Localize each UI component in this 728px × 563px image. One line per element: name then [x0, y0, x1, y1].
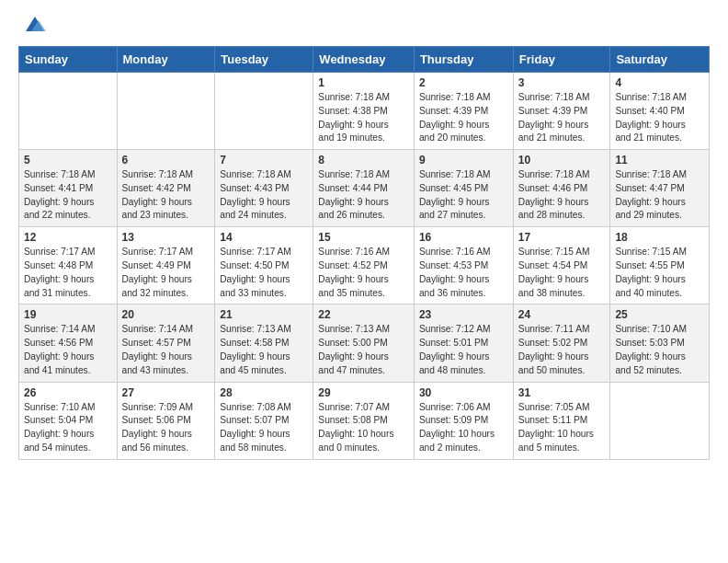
day-cell: 30Sunrise: 7:06 AM Sunset: 5:09 PM Dayli… — [414, 382, 513, 459]
day-cell: 6Sunrise: 7:18 AM Sunset: 4:42 PM Daylig… — [117, 150, 215, 227]
day-header-monday: Monday — [117, 47, 215, 73]
day-cell: 27Sunrise: 7:09 AM Sunset: 5:06 PM Dayli… — [117, 382, 215, 459]
day-info: Sunrise: 7:18 AM Sunset: 4:39 PM Dayligh… — [518, 91, 606, 145]
day-cell — [19, 73, 118, 150]
day-cell: 14Sunrise: 7:17 AM Sunset: 4:50 PM Dayli… — [215, 227, 313, 304]
day-info: Sunrise: 7:18 AM Sunset: 4:38 PM Dayligh… — [318, 91, 409, 145]
day-number: 3 — [518, 76, 606, 89]
day-header-tuesday: Tuesday — [215, 47, 313, 73]
day-cell: 16Sunrise: 7:16 AM Sunset: 4:53 PM Dayli… — [414, 227, 513, 304]
week-row-1: 1Sunrise: 7:18 AM Sunset: 4:38 PM Daylig… — [19, 73, 710, 150]
day-info: Sunrise: 7:18 AM Sunset: 4:45 PM Dayligh… — [419, 168, 508, 223]
day-cell: 10Sunrise: 7:18 AM Sunset: 4:46 PM Dayli… — [513, 150, 610, 227]
day-cell: 24Sunrise: 7:11 AM Sunset: 5:02 PM Dayli… — [513, 304, 610, 382]
day-number: 23 — [419, 308, 508, 321]
day-cell — [117, 73, 215, 150]
day-cell: 12Sunrise: 7:17 AM Sunset: 4:48 PM Dayli… — [19, 227, 118, 304]
day-number: 5 — [24, 154, 112, 167]
day-info: Sunrise: 7:17 AM Sunset: 4:50 PM Dayligh… — [220, 246, 308, 300]
day-number: 1 — [318, 76, 409, 89]
week-row-2: 5Sunrise: 7:18 AM Sunset: 4:41 PM Daylig… — [19, 150, 710, 227]
day-info: Sunrise: 7:16 AM Sunset: 4:52 PM Dayligh… — [318, 246, 409, 300]
day-number: 19 — [24, 308, 112, 321]
day-info: Sunrise: 7:13 AM Sunset: 5:00 PM Dayligh… — [318, 323, 409, 377]
day-cell — [610, 382, 710, 459]
day-info: Sunrise: 7:11 AM Sunset: 5:02 PM Dayligh… — [518, 323, 606, 377]
day-cell: 9Sunrise: 7:18 AM Sunset: 4:45 PM Daylig… — [414, 150, 513, 227]
day-info: Sunrise: 7:12 AM Sunset: 5:01 PM Dayligh… — [419, 323, 508, 377]
day-info: Sunrise: 7:13 AM Sunset: 4:58 PM Dayligh… — [220, 323, 308, 377]
day-info: Sunrise: 7:18 AM Sunset: 4:40 PM Dayligh… — [615, 91, 704, 145]
day-cell: 28Sunrise: 7:08 AM Sunset: 5:07 PM Dayli… — [215, 382, 313, 459]
day-cell: 19Sunrise: 7:14 AM Sunset: 4:56 PM Dayli… — [19, 304, 118, 382]
day-cell: 7Sunrise: 7:18 AM Sunset: 4:43 PM Daylig… — [215, 150, 313, 227]
day-info: Sunrise: 7:18 AM Sunset: 4:43 PM Dayligh… — [220, 168, 308, 223]
day-header-wednesday: Wednesday — [313, 47, 415, 73]
logo-icon — [22, 11, 48, 37]
day-cell: 31Sunrise: 7:05 AM Sunset: 5:11 PM Dayli… — [513, 382, 610, 459]
calendar-header-row: SundayMondayTuesdayWednesdayThursdayFrid… — [19, 47, 710, 73]
day-header-friday: Friday — [513, 47, 610, 73]
day-info: Sunrise: 7:18 AM Sunset: 4:39 PM Dayligh… — [419, 91, 508, 145]
day-info: Sunrise: 7:18 AM Sunset: 4:44 PM Dayligh… — [318, 168, 409, 223]
day-info: Sunrise: 7:15 AM Sunset: 4:54 PM Dayligh… — [518, 246, 606, 300]
day-info: Sunrise: 7:14 AM Sunset: 4:56 PM Dayligh… — [24, 323, 112, 377]
day-info: Sunrise: 7:06 AM Sunset: 5:09 PM Dayligh… — [419, 401, 508, 455]
page: SundayMondayTuesdayWednesdayThursdayFrid… — [0, 0, 728, 475]
day-number: 31 — [518, 386, 606, 399]
day-number: 26 — [24, 386, 112, 399]
day-number: 24 — [518, 308, 606, 321]
day-cell: 4Sunrise: 7:18 AM Sunset: 4:40 PM Daylig… — [610, 73, 710, 150]
day-header-saturday: Saturday — [610, 47, 710, 73]
day-cell: 17Sunrise: 7:15 AM Sunset: 4:54 PM Dayli… — [513, 227, 610, 304]
day-cell: 26Sunrise: 7:10 AM Sunset: 5:04 PM Dayli… — [19, 382, 118, 459]
day-info: Sunrise: 7:18 AM Sunset: 4:42 PM Dayligh… — [122, 168, 210, 223]
day-number: 11 — [615, 154, 704, 167]
day-cell: 29Sunrise: 7:07 AM Sunset: 5:08 PM Dayli… — [313, 382, 415, 459]
day-number: 27 — [122, 386, 210, 399]
day-cell: 5Sunrise: 7:18 AM Sunset: 4:41 PM Daylig… — [19, 150, 118, 227]
day-number: 18 — [615, 231, 704, 244]
day-cell: 3Sunrise: 7:18 AM Sunset: 4:39 PM Daylig… — [513, 73, 610, 150]
week-row-3: 12Sunrise: 7:17 AM Sunset: 4:48 PM Dayli… — [19, 227, 710, 304]
header — [18, 15, 710, 37]
day-cell — [215, 73, 313, 150]
day-info: Sunrise: 7:14 AM Sunset: 4:57 PM Dayligh… — [122, 323, 210, 377]
day-number: 21 — [220, 308, 308, 321]
day-number: 7 — [220, 154, 308, 167]
day-info: Sunrise: 7:09 AM Sunset: 5:06 PM Dayligh… — [122, 401, 210, 455]
day-number: 9 — [419, 154, 508, 167]
day-cell: 18Sunrise: 7:15 AM Sunset: 4:55 PM Dayli… — [610, 227, 710, 304]
day-cell: 22Sunrise: 7:13 AM Sunset: 5:00 PM Dayli… — [313, 304, 415, 382]
day-cell: 15Sunrise: 7:16 AM Sunset: 4:52 PM Dayli… — [313, 227, 415, 304]
day-number: 2 — [419, 76, 508, 89]
day-info: Sunrise: 7:08 AM Sunset: 5:07 PM Dayligh… — [220, 401, 308, 455]
day-info: Sunrise: 7:16 AM Sunset: 4:53 PM Dayligh… — [419, 246, 508, 300]
day-cell: 25Sunrise: 7:10 AM Sunset: 5:03 PM Dayli… — [610, 304, 710, 382]
day-header-thursday: Thursday — [414, 47, 513, 73]
day-number: 4 — [615, 76, 704, 89]
day-info: Sunrise: 7:07 AM Sunset: 5:08 PM Dayligh… — [318, 401, 409, 455]
day-info: Sunrise: 7:05 AM Sunset: 5:11 PM Dayligh… — [518, 401, 606, 455]
day-number: 12 — [24, 231, 112, 244]
day-number: 28 — [220, 386, 308, 399]
day-number: 29 — [318, 386, 409, 399]
day-cell: 11Sunrise: 7:18 AM Sunset: 4:47 PM Dayli… — [610, 150, 710, 227]
day-cell: 23Sunrise: 7:12 AM Sunset: 5:01 PM Dayli… — [414, 304, 513, 382]
day-cell: 13Sunrise: 7:17 AM Sunset: 4:49 PM Dayli… — [117, 227, 215, 304]
day-number: 30 — [419, 386, 508, 399]
day-info: Sunrise: 7:18 AM Sunset: 4:47 PM Dayligh… — [615, 168, 704, 223]
day-number: 6 — [122, 154, 210, 167]
day-number: 13 — [122, 231, 210, 244]
day-cell: 21Sunrise: 7:13 AM Sunset: 4:58 PM Dayli… — [215, 304, 313, 382]
day-header-sunday: Sunday — [19, 47, 118, 73]
day-info: Sunrise: 7:15 AM Sunset: 4:55 PM Dayligh… — [615, 246, 704, 300]
day-number: 10 — [518, 154, 606, 167]
day-info: Sunrise: 7:10 AM Sunset: 5:04 PM Dayligh… — [24, 401, 112, 455]
day-info: Sunrise: 7:18 AM Sunset: 4:41 PM Dayligh… — [24, 168, 112, 223]
day-cell: 2Sunrise: 7:18 AM Sunset: 4:39 PM Daylig… — [414, 73, 513, 150]
day-number: 16 — [419, 231, 508, 244]
day-cell: 20Sunrise: 7:14 AM Sunset: 4:57 PM Dayli… — [117, 304, 215, 382]
logo — [18, 15, 48, 37]
day-cell: 1Sunrise: 7:18 AM Sunset: 4:38 PM Daylig… — [313, 73, 415, 150]
